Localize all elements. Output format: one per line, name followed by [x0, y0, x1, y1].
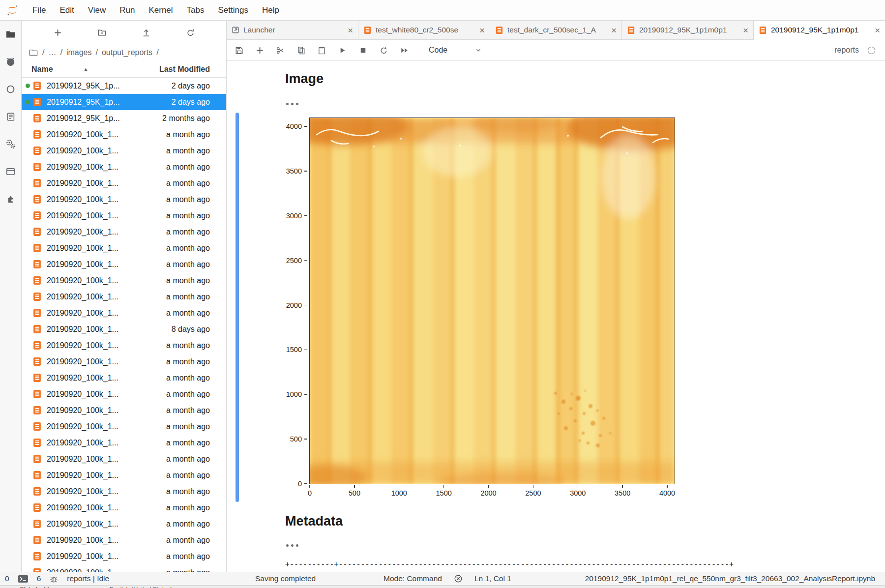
menu-item[interactable]: Edit — [53, 0, 81, 21]
file-row[interactable]: 20190920_100k_1... a month ago — [22, 191, 226, 207]
bug-icon[interactable] — [50, 575, 58, 583]
file-row[interactable]: 20190920_100k_1... a month ago — [22, 143, 226, 159]
file-row[interactable]: 20190920_100k_1... a month ago — [22, 159, 226, 175]
breadcrumb-root[interactable]: / — [42, 48, 44, 57]
accessibility-circle-x-icon[interactable] — [454, 574, 463, 583]
kernel-status-text[interactable]: reports | Idle — [67, 574, 109, 583]
close-icon[interactable]: × — [479, 26, 485, 35]
toc-icon[interactable] — [4, 110, 17, 123]
file-row[interactable]: 20190920_100k_1... a month ago — [22, 207, 226, 224]
kernel-count[interactable]: 6 — [37, 574, 41, 583]
extension-puzzle-icon[interactable] — [4, 193, 17, 206]
file-row[interactable]: 20190920_100k_1... a month ago — [22, 289, 226, 305]
file-row[interactable]: 20190920_100k_1... a month ago — [22, 418, 226, 435]
kernel-status-circle-icon[interactable] — [868, 47, 875, 54]
close-icon[interactable]: × — [348, 26, 353, 35]
kernel-name: reports — [834, 46, 859, 55]
paste-icon[interactable] — [317, 46, 326, 55]
save-icon[interactable] — [235, 46, 244, 55]
mode-indicator[interactable]: Mode: Command — [384, 574, 442, 583]
file-last-modified: a month ago — [166, 163, 210, 172]
cell-collapser-bar[interactable] — [236, 113, 239, 502]
breadcrumb-folder-icon[interactable] — [29, 48, 38, 57]
breadcrumb-segment[interactable]: output_reports — [102, 48, 152, 57]
stop-icon[interactable] — [358, 46, 368, 55]
jupyter-logo-icon — [6, 4, 19, 17]
close-icon[interactable]: × — [611, 26, 617, 35]
menu-items: File Edit View Run Kernel Tabs Settings … — [26, 0, 286, 21]
file-row[interactable]: 20190912_95K_1p... 2 days ago — [22, 78, 226, 94]
file-row[interactable]: 20190920_100k_1... a month ago — [22, 402, 226, 418]
file-name: 20190920_100k_1... — [47, 552, 166, 561]
copy-icon[interactable] — [296, 46, 306, 55]
upload-icon[interactable] — [140, 26, 152, 39]
run-all-fast-forward-icon[interactable] — [400, 46, 409, 55]
file-row[interactable]: 20190920_100k_1... a month ago — [22, 500, 226, 516]
menu-item[interactable]: Kernel — [142, 0, 179, 21]
file-row[interactable]: 20190920_100k_1... a month ago — [22, 370, 226, 386]
file-row[interactable]: 20190920_100k_1... a month ago — [22, 175, 226, 191]
file-row[interactable]: 20190920_100k_1... a month ago — [22, 532, 226, 548]
close-icon[interactable]: × — [743, 26, 748, 35]
file-row[interactable]: 20190920_100k_1... a month ago — [22, 435, 226, 451]
restart-kernel-icon[interactable] — [379, 46, 388, 55]
dock-tab[interactable]: test_white80_cr2_500se × — [358, 21, 490, 39]
menu-item[interactable]: Tabs — [180, 0, 211, 21]
dock-tab[interactable]: Launcher × — [227, 21, 358, 39]
menu-item[interactable]: Run — [113, 0, 142, 21]
file-row[interactable]: 20190920_100k_1... a month ago — [22, 386, 226, 402]
collapsed-input-ellipsis[interactable] — [286, 544, 298, 547]
github-icon[interactable] — [4, 55, 17, 68]
gears-icon[interactable] — [4, 138, 17, 150]
dock-tab[interactable]: 20190912_95K_1p1m0p1 × — [622, 21, 754, 39]
insert-cell-plus-icon[interactable] — [255, 46, 265, 55]
dock-tab[interactable]: test_dark_cr_500sec_1_A × — [490, 21, 622, 39]
folder-icon[interactable] — [4, 28, 17, 40]
cursor-position[interactable]: Ln 1, Col 1 — [474, 574, 511, 583]
notebook-file-icon — [32, 243, 42, 253]
file-row[interactable]: 20190920_100k_1... a month ago — [22, 483, 226, 500]
file-row[interactable]: 20190920_100k_1... a month ago — [22, 451, 226, 467]
file-row[interactable]: 20190920_100k_1... a month ago — [22, 548, 226, 564]
file-row[interactable]: 20190920_100k_1... a month ago — [22, 240, 226, 256]
dock-tab[interactable]: 20190912_95K_1p1m0p1 × — [754, 21, 885, 40]
file-row[interactable]: 20190920_100k_1... a month ago — [22, 467, 226, 483]
file-row[interactable]: 20190920_100k_1... a month ago — [22, 256, 226, 272]
running-sessions-icon[interactable] — [4, 83, 17, 95]
close-icon[interactable]: × — [875, 26, 880, 35]
new-folder-icon[interactable] — [95, 26, 108, 39]
file-row[interactable]: 20190920_100k_1... a month ago — [22, 516, 226, 532]
file-row[interactable]: 20190912_95K_1p... 2 days ago — [22, 94, 226, 110]
menu-item[interactable]: View — [81, 0, 113, 21]
column-name[interactable]: Name — [31, 65, 53, 74]
menu-item[interactable]: Help — [255, 0, 286, 21]
file-row[interactable]: 20190912_95K_1p... 2 months ago — [22, 110, 226, 126]
file-name: 20190920_100k_1... — [47, 195, 166, 204]
new-launcher-plus-icon[interactable] — [51, 26, 64, 39]
file-row[interactable]: 20190920_100k_1... a month ago — [22, 337, 226, 353]
column-last-modified[interactable]: Last Modified — [159, 65, 210, 74]
terminal-count[interactable]: 0 — [5, 574, 9, 583]
collapsed-input-ellipsis[interactable] — [286, 103, 298, 105]
file-row[interactable]: 20190920_100k_1... a month ago — [22, 305, 226, 321]
breadcrumb-segment[interactable]: … — [48, 48, 56, 57]
file-row[interactable]: 20190920_100k_1... a month ago — [22, 224, 226, 240]
file-row[interactable]: 20190920_100k_1... a month ago — [22, 564, 226, 572]
sort-ascending-icon[interactable]: ▲ — [84, 66, 88, 72]
saving-status: Saving completed — [255, 572, 316, 585]
notebook-file-icon — [32, 389, 42, 399]
notebook-file-icon — [32, 227, 42, 236]
breadcrumb-segment[interactable]: images — [66, 48, 92, 57]
file-name: 20190920_100k_1... — [47, 130, 166, 139]
refresh-icon[interactable] — [184, 26, 197, 39]
run-icon[interactable] — [338, 46, 347, 55]
window-icon[interactable] — [4, 165, 17, 178]
cell-type-dropdown[interactable]: Code — [429, 46, 482, 55]
file-row[interactable]: 20190920_100k_1... a month ago — [22, 353, 226, 370]
file-row[interactable]: 20190920_100k_1... a month ago — [22, 272, 226, 289]
menu-item[interactable]: Settings — [211, 0, 255, 21]
menu-item[interactable]: File — [26, 0, 53, 21]
cut-icon[interactable] — [276, 46, 285, 55]
file-row[interactable]: 20190920_100k_1... a month ago — [22, 126, 226, 143]
file-row[interactable]: 20190920_100k_1... 8 days ago — [22, 321, 226, 337]
